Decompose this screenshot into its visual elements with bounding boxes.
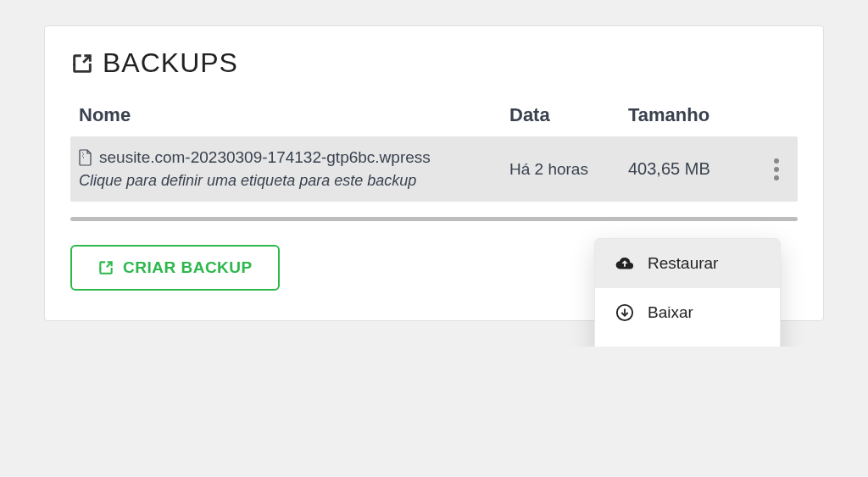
file-label-hint[interactable]: Clique para definir uma etiqueta para es… <box>79 172 509 190</box>
table-header: Nome Data Tamanho <box>70 104 798 136</box>
download-circle-icon <box>615 303 634 322</box>
row-actions-menu-button[interactable] <box>771 155 782 184</box>
dropdown-list[interactable]: Listar <box>595 337 780 347</box>
column-date: Data <box>509 104 628 126</box>
export-icon <box>70 52 94 75</box>
column-size: Tamanho <box>628 104 764 126</box>
cell-actions <box>764 155 789 184</box>
file-name-row: seusite.com-20230309-174132-gtp6bc.wpres… <box>79 148 509 167</box>
cell-name: seusite.com-20230309-174132-gtp6bc.wpres… <box>79 148 509 190</box>
backups-card: BACKUPS Nome Data Tamanho seusite.com-20… <box>44 25 824 321</box>
file-name: seusite.com-20230309-174132-gtp6bc.wpres… <box>99 148 431 167</box>
row-actions-dropdown: Restaurar Baixar Listar ✕ Excluir <box>594 238 781 347</box>
create-backup-button[interactable]: CRIAR BACKUP <box>70 245 280 291</box>
file-archive-icon <box>79 149 92 166</box>
page-title: BACKUPS <box>103 47 238 79</box>
backups-table: Nome Data Tamanho seusite.com-20230309-1… <box>70 104 798 221</box>
create-backup-label: CRIAR BACKUP <box>123 258 253 277</box>
cell-date: Há 2 horas <box>509 160 628 179</box>
column-actions <box>764 104 789 126</box>
dropdown-download-label: Baixar <box>648 303 693 322</box>
card-header: BACKUPS <box>70 47 798 79</box>
cloud-upload-icon <box>615 254 634 273</box>
dropdown-download[interactable]: Baixar <box>595 288 780 337</box>
dropdown-restore[interactable]: Restaurar <box>595 239 780 288</box>
export-icon <box>97 259 114 276</box>
cell-size: 403,65 MB <box>628 159 764 179</box>
column-name: Nome <box>79 104 509 126</box>
table-row[interactable]: seusite.com-20230309-174132-gtp6bc.wpres… <box>70 136 798 202</box>
table-divider <box>70 217 798 221</box>
dropdown-restore-label: Restaurar <box>648 254 718 273</box>
